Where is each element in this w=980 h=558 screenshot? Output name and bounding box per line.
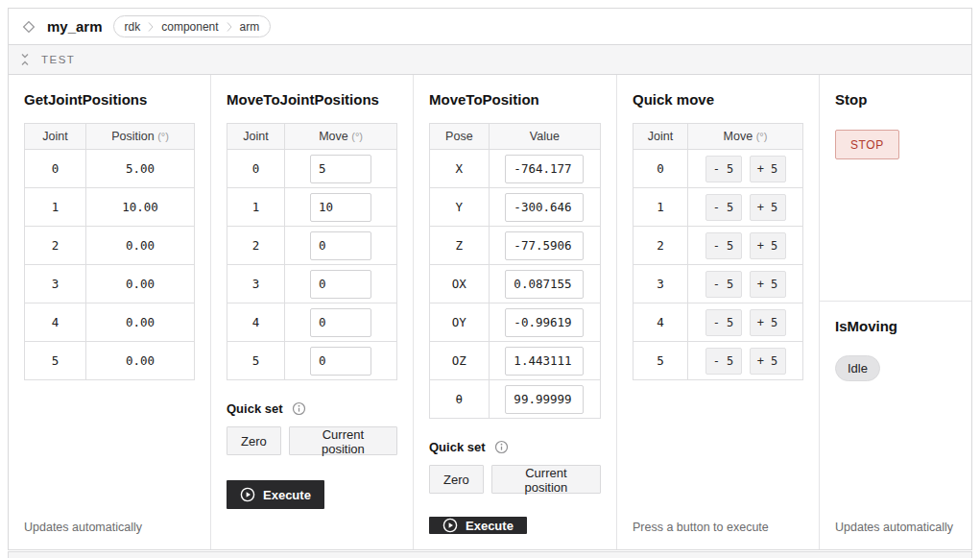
joint-index: 4 — [227, 303, 285, 342]
collapse-icon[interactable] — [19, 53, 31, 66]
breadcrumb-rdk[interactable]: rdk — [125, 20, 141, 34]
step-buttons-cell: - 5 + 5 — [688, 303, 803, 342]
pose-value-input[interactable] — [505, 193, 584, 222]
pose-value-input[interactable] — [505, 155, 584, 183]
pose-value-input[interactable] — [505, 385, 584, 414]
joint-index: 1 — [633, 188, 688, 227]
component-name: my_arm — [47, 18, 103, 35]
test-section-bar[interactable]: TEST — [8, 45, 972, 75]
minus-5-button[interactable]: - 5 — [705, 156, 742, 182]
is-moving-card: IsMoving Idle Updates automatically — [820, 302, 971, 549]
zero-button[interactable]: Zero — [429, 465, 484, 494]
joint-position-value: 0.00 — [86, 227, 195, 265]
table-row: OX — [430, 265, 601, 303]
test-section-label: TEST — [41, 54, 75, 65]
pose-input-cell — [489, 150, 600, 188]
table-row: 2 — [227, 227, 397, 265]
plus-5-button[interactable]: + 5 — [750, 271, 786, 298]
card-title: GetJointPositions — [24, 91, 195, 108]
table-row: 5 — [227, 342, 397, 380]
plus-5-button[interactable]: + 5 — [750, 194, 786, 221]
table-row: X — [430, 150, 601, 188]
execute-button[interactable]: Execute — [429, 517, 527, 534]
plus-5-button[interactable]: + 5 — [750, 232, 786, 259]
joint-position-value: 0.00 — [86, 265, 195, 303]
plus-5-button[interactable]: + 5 — [750, 156, 786, 182]
table-row: 1 10.00 — [25, 188, 195, 227]
current-position-button[interactable]: Current position — [289, 426, 397, 455]
plus-5-button[interactable]: + 5 — [750, 309, 786, 336]
press-button-note: Press a button to execute — [633, 521, 803, 534]
step-buttons-cell: - 5 + 5 — [688, 150, 803, 188]
joint-move-input[interactable] — [310, 308, 371, 337]
play-circle-icon — [442, 518, 458, 533]
quick-set-header: Quick set — [227, 401, 397, 416]
pose-input-cell — [489, 265, 600, 303]
table-row: 2 - 5 + 5 — [633, 227, 803, 265]
pose-table: Pose Value X Y — [429, 123, 601, 419]
step-buttons-cell: - 5 + 5 — [688, 342, 803, 380]
joint-index: 4 — [633, 303, 688, 342]
joint-index: 2 — [25, 227, 86, 265]
chevron-right-icon — [148, 21, 154, 33]
card-title: Quick move — [633, 91, 803, 108]
quick-set-label: Quick set — [429, 440, 486, 454]
joint-move-input[interactable] — [310, 155, 371, 183]
auto-update-note: Updates automatically — [24, 521, 195, 534]
stop-card: Stop STOP — [820, 75, 971, 302]
minus-5-button[interactable]: - 5 — [705, 271, 742, 298]
execute-label: Execute — [263, 488, 311, 502]
column-header-position: Position (°) — [86, 124, 195, 150]
table-row: 1 — [227, 188, 397, 227]
quick-set-label: Quick set — [227, 401, 283, 416]
auto-update-note: Updates automatically — [835, 521, 956, 534]
minus-5-button[interactable]: - 5 — [705, 348, 742, 375]
pose-value-input[interactable] — [505, 270, 584, 299]
minus-5-button[interactable]: - 5 — [705, 309, 742, 336]
card-title: Stop — [835, 91, 956, 108]
stop-button[interactable]: STOP — [835, 130, 899, 159]
current-position-button[interactable]: Current position — [491, 465, 601, 494]
execute-label: Execute — [466, 519, 514, 533]
joint-move-input[interactable] — [310, 231, 371, 260]
joint-move-input[interactable] — [310, 347, 371, 376]
pose-value-input[interactable] — [505, 231, 584, 260]
table-row: OY — [430, 303, 601, 342]
quick-move-card: Quick move Joint Move (°) 0 - 5 — [617, 75, 820, 549]
joint-move-input[interactable] — [310, 193, 371, 222]
table-row: 0 - 5 + 5 — [633, 150, 803, 188]
table-row: 4 - 5 + 5 — [633, 303, 803, 342]
breadcrumb: rdk component arm — [113, 15, 272, 37]
move-joint-table: Joint Move (°) 0 1 — [227, 123, 397, 380]
pose-value-input[interactable] — [505, 308, 584, 337]
move-to-position-card: MoveToPosition Pose Value X — [414, 75, 617, 549]
table-row: 0 5.00 — [25, 150, 195, 188]
table-row: 3 — [227, 265, 397, 303]
joint-index: 1 — [227, 188, 285, 227]
quick-move-table: Joint Move (°) 0 - 5 + 5 — [633, 123, 803, 380]
get-joint-positions-card: GetJointPositions Joint Position (°) 0 5… — [9, 75, 211, 549]
table-row: 5 - 5 + 5 — [633, 342, 803, 380]
quick-set-buttons: Zero Current position — [429, 465, 601, 494]
execute-button[interactable]: Execute — [227, 480, 324, 509]
info-icon[interactable] — [494, 440, 509, 454]
status-badge: Idle — [835, 355, 880, 381]
plus-5-button[interactable]: + 5 — [750, 348, 786, 375]
joint-index: 3 — [633, 265, 688, 303]
table-row: 4 — [227, 303, 397, 342]
breadcrumb-component[interactable]: component — [161, 20, 218, 34]
info-icon[interactable] — [292, 401, 306, 416]
minus-5-button[interactable]: - 5 — [705, 194, 742, 221]
joint-index: 0 — [227, 150, 285, 188]
breadcrumb-arm[interactable]: arm — [240, 20, 260, 34]
table-row: 2 0.00 — [25, 227, 195, 265]
zero-button[interactable]: Zero — [227, 426, 281, 455]
pose-value-input[interactable] — [505, 347, 584, 376]
column-header-joint: Joint — [227, 124, 285, 150]
minus-5-button[interactable]: - 5 — [705, 232, 742, 259]
step-buttons-cell: - 5 + 5 — [688, 188, 803, 227]
joint-move-input[interactable] — [310, 270, 371, 299]
next-section-bar[interactable] — [8, 551, 972, 558]
joint-index: 2 — [227, 227, 285, 265]
table-row: 3 0.00 — [25, 265, 195, 303]
